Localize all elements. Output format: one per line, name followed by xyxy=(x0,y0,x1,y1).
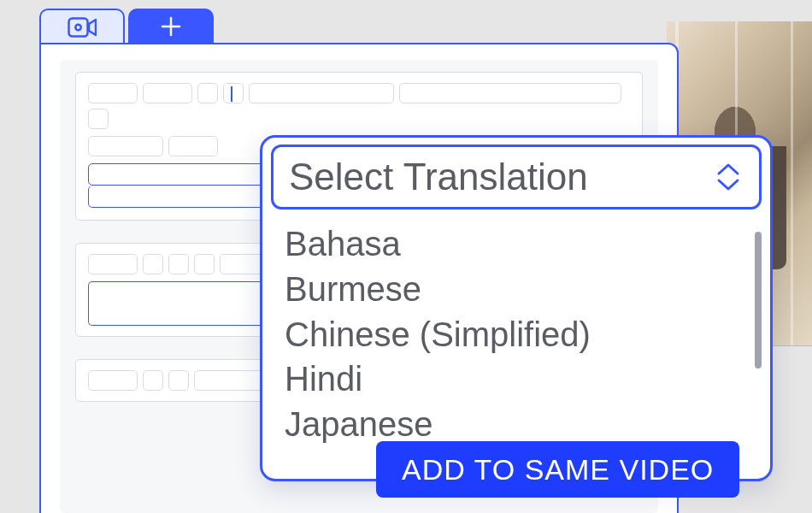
chip xyxy=(88,83,138,103)
chip xyxy=(249,83,394,103)
chip xyxy=(168,254,189,274)
svg-point-1 xyxy=(75,25,80,30)
dropdown-selected[interactable]: Select Translation xyxy=(271,144,762,209)
tab-video[interactable] xyxy=(39,9,125,44)
tab-bar xyxy=(39,9,214,44)
tab-add[interactable] xyxy=(128,9,214,44)
dropdown-placeholder: Select Translation xyxy=(289,156,588,198)
sort-caret-icon xyxy=(713,162,744,192)
chip xyxy=(168,136,218,156)
chip xyxy=(88,136,163,156)
video-icon xyxy=(68,17,97,38)
plus-icon xyxy=(160,15,182,38)
chip xyxy=(399,83,621,103)
chip xyxy=(194,370,269,391)
chip xyxy=(88,109,109,129)
chip xyxy=(143,370,163,391)
chip xyxy=(143,83,192,103)
dropdown-list: Bahasa Burmese Chinese (Simplified) Hind… xyxy=(262,209,770,447)
chip xyxy=(168,370,189,391)
chip xyxy=(88,370,138,391)
dropdown-option[interactable]: Chinese (Simplified) xyxy=(285,312,746,357)
scrollbar-thumb[interactable] xyxy=(755,232,762,369)
chip xyxy=(88,254,138,274)
translation-dropdown[interactable]: Select Translation Bahasa Burmese Chines… xyxy=(260,135,773,481)
dropdown-option[interactable]: Hindi xyxy=(285,357,746,402)
add-to-same-video-button[interactable]: ADD TO SAME VIDEO xyxy=(376,441,739,498)
cta-label: ADD TO SAME VIDEO xyxy=(402,453,714,486)
chip xyxy=(194,254,215,274)
chip xyxy=(143,254,163,274)
svg-rect-0 xyxy=(69,19,88,37)
dropdown-option[interactable]: Burmese xyxy=(285,267,746,312)
text-cursor[interactable] xyxy=(223,83,244,103)
chip xyxy=(197,83,218,103)
dropdown-option[interactable]: Bahasa xyxy=(285,221,746,267)
